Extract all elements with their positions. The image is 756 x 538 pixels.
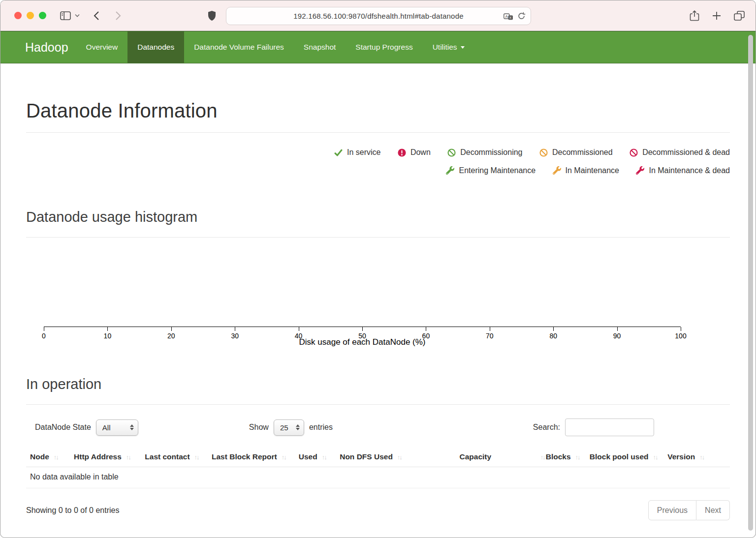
table-footer: Showing 0 to 0 of 0 entries Previous Nex… [26,500,730,520]
url-text: 192.168.56.100:9870/dfshealth.html#tab-d… [293,12,464,20]
ban-icon [447,149,456,157]
search-input[interactable] [565,418,654,436]
sort-icon: ↑↓ [126,453,131,461]
sidebar-toggle-icon[interactable] [60,11,71,20]
page-title: Datanode Information [26,100,730,122]
column-header-version[interactable]: Version ↑↓ [667,452,718,461]
sort-icon: ↑↓ [282,453,287,461]
previous-page-button[interactable]: Previous [648,500,696,520]
sort-icon: ↑↓ [194,453,200,461]
legend-in-maintenance: In Maintenance [553,166,619,175]
nav-item-overview[interactable]: Overview [76,31,128,63]
wrench-icon [446,166,454,175]
chevron-down-icon [461,46,465,49]
close-window-button[interactable] [14,12,22,19]
nav-item-snapshot[interactable]: Snapshot [294,31,346,63]
forward-button[interactable] [115,11,121,21]
x-axis: 0102030405060708090100 [44,327,681,327]
check-icon [334,149,343,157]
show-label: Show [249,423,269,432]
ban-icon [539,149,548,157]
sidebar-menu-chevron-icon[interactable] [75,14,80,17]
legend-decommissioning: Decommissioning [447,148,522,157]
in-operation-divider [26,404,730,405]
search-label: Search: [533,423,560,432]
table-header-row: Node ↑↓ Http Address ↑↓ Last contact ↑↓ … [26,448,730,467]
sort-icon: ↑↓ [653,453,659,461]
in-operation-heading: In operation [26,376,730,392]
ban-icon [630,149,638,157]
x-axis-title: Disk usage of each DataNode (%) [44,337,681,347]
nav-item-startup-progress[interactable]: Startup Progress [346,31,422,63]
svg-text:x: x [509,15,511,20]
table-controls: DataNode State All Show 25 entries Searc… [26,418,730,436]
reload-icon[interactable] [517,12,526,20]
column-header-http-address[interactable]: Http Address ↑↓ [74,452,145,461]
sort-icon: ↑↓ [54,453,59,461]
share-icon[interactable] [690,10,699,22]
page-length-select[interactable]: 25 [274,419,304,436]
datanode-state-legend: In service Down Decommissioning [26,148,730,177]
column-header-used[interactable]: Used ↑↓ [299,452,340,461]
column-header-last-block-report[interactable]: Last Block Report ↑↓ [212,452,299,461]
datanode-usage-histogram: 0102030405060708090100 Disk usage of eac… [44,238,681,345]
legend-down: Down [398,148,431,157]
legend-decommissioned: Decommissioned [539,148,613,157]
svg-text:A: A [505,14,508,19]
select-stepper-icon [296,424,300,430]
vertical-scrollbar-thumb[interactable] [748,35,753,531]
nav-item-datanodes[interactable]: Datanodes [127,31,184,63]
wrench-icon [553,166,561,175]
tab-overview-icon[interactable] [734,11,745,21]
nav-item-utilities-dropdown[interactable]: Utilities [423,31,474,63]
select-stepper-icon [130,424,134,430]
entries-label: entries [309,423,333,432]
new-tab-icon[interactable] [712,11,721,20]
wrench-icon [636,166,644,175]
datanode-state-select[interactable]: All [96,419,138,436]
next-page-button[interactable]: Next [696,500,730,520]
column-header-last-contact[interactable]: Last contact ↑↓ [145,452,212,461]
legend-decommissioned-dead: Decommissioned & dead [630,148,730,157]
navbar-brand[interactable]: Hadoop [0,31,76,63]
column-header-node[interactable]: Node ↑↓ [30,452,74,461]
legend-in-maintenance-dead: In Maintenance & dead [636,166,730,175]
browser-window: 192.168.56.100:9870/dfshealth.html#tab-d… [0,0,756,538]
sort-icon: ↑↓ [575,453,581,461]
legend-in-service: In service [334,148,380,157]
exclamation-circle-icon [398,149,406,157]
showing-entries-info: Showing 0 to 0 of 0 entries [26,506,119,515]
column-header-blocks[interactable]: Blocks ↑↓ [546,452,590,461]
back-button[interactable] [94,11,99,21]
url-bar[interactable]: 192.168.56.100:9870/dfshealth.html#tab-d… [226,7,531,25]
translate-icon[interactable]: A x [504,12,513,20]
zoom-window-button[interactable] [39,12,46,19]
hadoop-navbar: Hadoop Overview Datanodes Datanode Volum… [0,31,756,63]
column-header-block-pool-used[interactable]: Block pool used ↑↓ [590,452,667,461]
histogram-heading: Datanode usage histogram [26,209,730,225]
sort-icon: ↑↓ [322,453,327,461]
privacy-shield-icon[interactable] [208,10,216,21]
minimize-window-button[interactable] [27,12,34,19]
browser-titlebar: 192.168.56.100:9870/dfshealth.html#tab-d… [0,0,756,31]
sort-icon: ↑↓ [397,453,403,461]
traffic-lights [14,12,46,19]
sort-icon: ↑↓ [699,453,705,461]
datanode-state-label: DataNode State [35,423,91,432]
legend-entering-maintenance: Entering Maintenance [446,166,536,175]
table-empty-message: No data available in table [26,467,730,488]
title-divider [26,132,730,133]
column-header-non-dfs-used[interactable]: Non DFS Used ↑↓ [340,452,415,461]
nav-item-datanode-volume-failures[interactable]: Datanode Volume Failures [184,31,294,63]
column-header-capacity[interactable]: Capacity ↑↓ [415,452,546,461]
pagination: Previous Next [648,500,730,520]
sort-icon: ↑↓ [540,453,546,461]
datanodes-table: Node ↑↓ Http Address ↑↓ Last contact ↑↓ … [26,448,730,488]
